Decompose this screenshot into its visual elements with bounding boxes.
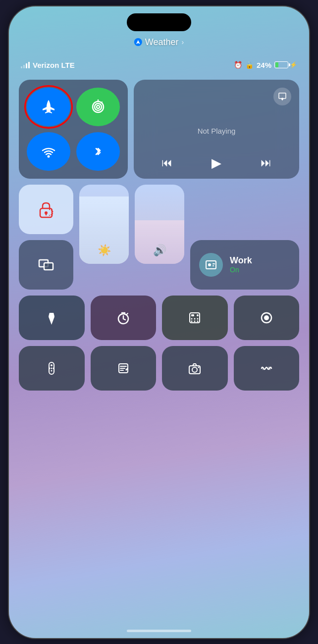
media-controls: ⏮ ▶ ⏭ xyxy=(142,155,291,171)
orientation-lock-icon: 🔒 xyxy=(245,61,254,69)
svg-point-29 xyxy=(51,364,53,366)
weather-label: Weather xyxy=(145,37,179,48)
brightness-icon: ☀️ xyxy=(98,244,111,257)
timer-button[interactable] xyxy=(91,296,157,340)
screen-lock-button[interactable] xyxy=(19,185,73,234)
airplay-button[interactable] xyxy=(273,88,291,105)
svg-rect-11 xyxy=(44,263,53,270)
svg-point-37 xyxy=(198,366,200,368)
battery-icon: ⚡ xyxy=(274,61,297,68)
dynamic-island xyxy=(127,13,191,31)
brightness-slider[interactable]: ☀️ xyxy=(79,185,129,264)
previous-track-button[interactable]: ⏮ xyxy=(161,156,172,169)
power-button[interactable] xyxy=(310,135,310,185)
signal-bar-3 xyxy=(26,63,27,68)
carrier-text: Verizon LTE xyxy=(33,61,75,69)
svg-rect-15 xyxy=(212,265,214,266)
focus-text: Work On xyxy=(230,255,252,274)
apple-tv-remote-button[interactable] xyxy=(19,346,85,391)
svg-line-5 xyxy=(101,102,102,103)
tools-row-2 xyxy=(19,346,299,391)
svg-point-33 xyxy=(53,367,54,369)
svg-point-20 xyxy=(191,318,193,319)
location-chevron-icon: › xyxy=(182,38,184,46)
signal-bar-2 xyxy=(23,65,25,68)
volume-icon: 🔊 xyxy=(153,244,166,257)
svg-point-22 xyxy=(197,318,199,319)
volume-down-button[interactable] xyxy=(8,177,8,212)
focus-icon xyxy=(199,253,223,277)
now-playing-label: Not Playing xyxy=(142,127,291,135)
control-center: Not Playing ⏮ ▶ ⏭ xyxy=(19,80,299,396)
volume-slider[interactable]: 🔊 xyxy=(135,185,184,264)
svg-point-25 xyxy=(197,320,199,322)
home-indicator[interactable] xyxy=(127,630,191,632)
status-bar: Verizon LTE ⏰ 🔒 24% ⚡ xyxy=(21,61,297,69)
signal-bar-1 xyxy=(21,66,22,68)
signal-icon xyxy=(21,61,30,68)
svg-point-27 xyxy=(264,315,269,320)
calculator-button[interactable] xyxy=(162,296,228,340)
svg-point-30 xyxy=(51,367,53,369)
svg-point-36 xyxy=(192,367,197,372)
signal-bar-4 xyxy=(28,62,30,68)
carrier-info: Verizon LTE xyxy=(21,61,75,69)
location-bar[interactable]: Weather › xyxy=(134,37,184,48)
row-connectivity-media: Not Playing ⏮ ▶ ⏭ xyxy=(19,80,299,179)
svg-rect-18 xyxy=(191,314,194,316)
bluetooth-button[interactable] xyxy=(76,132,120,171)
airplane-mode-button[interactable] xyxy=(27,88,70,126)
sound-recognition-button[interactable] xyxy=(234,346,300,391)
status-right: ⏰ 🔒 24% ⚡ xyxy=(234,61,297,69)
camera-button[interactable] xyxy=(162,346,228,391)
next-track-button[interactable]: ⏭ xyxy=(261,156,271,169)
svg-point-21 xyxy=(194,318,196,319)
svg-point-2 xyxy=(95,103,102,110)
svg-point-13 xyxy=(208,263,211,266)
row-controls: ☀️ 🔊 xyxy=(19,185,299,290)
focus-title: Work xyxy=(230,255,252,266)
connectivity-panel xyxy=(19,80,128,179)
svg-point-19 xyxy=(197,314,199,316)
phone-frame: Weather › Verizon LTE ⏰ 🔒 24% ⚡ xyxy=(8,5,310,639)
flashlight-button[interactable] xyxy=(19,296,85,340)
charging-icon: ⚡ xyxy=(290,61,297,68)
alarm-icon: ⏰ xyxy=(234,61,242,69)
svg-point-23 xyxy=(191,320,193,322)
svg-point-32 xyxy=(49,367,51,369)
svg-rect-14 xyxy=(212,263,215,264)
location-icon xyxy=(134,38,142,46)
screen-record-button[interactable] xyxy=(234,296,300,340)
volume-fill xyxy=(135,220,184,264)
screen-mirror-button[interactable] xyxy=(19,240,73,290)
focus-subtitle: On xyxy=(230,266,252,274)
battery-percent-text: 24% xyxy=(257,61,271,69)
media-top xyxy=(142,88,291,105)
svg-point-6 xyxy=(48,155,50,157)
svg-marker-0 xyxy=(136,40,140,44)
play-pause-button[interactable]: ▶ xyxy=(212,155,221,171)
focus-mode-button[interactable]: Work On xyxy=(190,240,299,290)
apple-notes-button[interactable] xyxy=(91,346,157,391)
media-panel: Not Playing ⏮ ▶ ⏭ xyxy=(134,80,299,179)
svg-point-24 xyxy=(194,320,196,322)
wifi-button[interactable] xyxy=(27,132,70,171)
svg-point-31 xyxy=(51,370,53,371)
svg-point-3 xyxy=(97,105,100,108)
cellular-button[interactable] xyxy=(76,88,120,126)
volume-up-button[interactable] xyxy=(8,135,8,170)
tools-row-1 xyxy=(19,296,299,340)
